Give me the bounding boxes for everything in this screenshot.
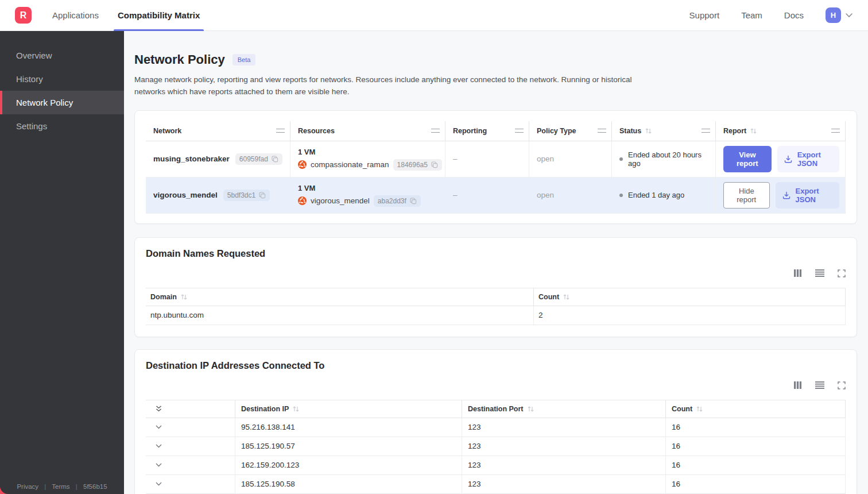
expander-cell <box>146 456 235 474</box>
network-row[interactable]: musing_stonebraker60959fad1 VMcompassion… <box>146 141 846 177</box>
sidebar-item-history[interactable]: History <box>0 67 124 91</box>
column-header-count[interactable]: Count <box>534 288 846 306</box>
destination-ip-value: 185.125.190.57 <box>235 437 462 456</box>
column-header-domain[interactable]: Domain <box>146 288 534 306</box>
networks-card: NetworkResourcesReportingPolicy TypeStat… <box>134 110 857 224</box>
chevron-down-icon[interactable] <box>155 424 162 430</box>
networks-table: NetworkResourcesReportingPolicy TypeStat… <box>146 121 846 214</box>
id-badge: 184696a5 <box>393 159 442 171</box>
sort-icon <box>563 294 570 300</box>
status-cell: Ended about 20 hours ago <box>612 141 716 177</box>
sidebar: OverviewHistoryNetwork PolicySettings Pr… <box>0 31 124 494</box>
nav-link-docs[interactable]: Docs <box>784 10 804 20</box>
column-resize-handle[interactable] <box>515 129 524 133</box>
resource-name: compassionate_raman <box>311 160 389 169</box>
view-report-button[interactable]: View report <box>723 146 772 172</box>
copy-icon[interactable] <box>272 156 278 163</box>
row-density-icon[interactable] <box>815 269 824 277</box>
fullscreen-icon[interactable] <box>838 269 846 277</box>
reporting-cell: – <box>445 141 529 177</box>
chevron-down-icon[interactable] <box>155 443 162 449</box>
column-header-destination-ip[interactable]: Destination IP <box>235 400 462 418</box>
terms-link[interactable]: Terms <box>52 483 69 490</box>
copy-icon[interactable] <box>410 198 417 204</box>
destination-card-title: Destination IP Addresses Connected To <box>146 360 846 371</box>
destination-table-toolbar <box>146 381 846 390</box>
destination-table-header: Destination IPDestination PortCount <box>146 400 846 418</box>
sidebar-item-network-policy[interactable]: Network Policy <box>0 91 124 114</box>
sidebar-list: OverviewHistoryNetwork PolicySettings <box>0 31 124 138</box>
chevron-down-icon[interactable] <box>155 462 162 468</box>
nav-right: SupportTeamDocs H <box>689 7 868 23</box>
destination-row[interactable]: 162.159.200.12312316 <box>146 456 846 475</box>
policy-type-cell: open <box>529 177 612 213</box>
column-header-network[interactable]: Network <box>146 121 290 141</box>
resource-item: vigorous_mendelaba2dd3f <box>298 195 421 207</box>
sort-icon <box>527 406 534 412</box>
resources-cell: 1 VMvigorous_mendelaba2dd3f <box>290 177 445 213</box>
nav-tab-applications[interactable]: Applications <box>48 0 103 31</box>
domain-table-body: ntp.ubuntu.com2 <box>146 306 846 325</box>
copy-icon[interactable] <box>259 192 266 199</box>
id-badge-text: aba2dd3f <box>378 197 406 205</box>
column-resize-handle[interactable] <box>276 129 285 133</box>
sidebar-item-settings[interactable]: Settings <box>0 114 124 138</box>
sidebar-item-overview[interactable]: Overview <box>0 44 124 67</box>
status-dot <box>619 194 623 197</box>
network-row[interactable]: vigorous_mendel5bdf3dc11 VMvigorous_mend… <box>146 177 846 214</box>
column-header-reporting[interactable]: Reporting <box>445 121 529 141</box>
column-header-count[interactable]: Count <box>666 400 846 418</box>
columns-icon[interactable] <box>793 269 802 277</box>
sort-icon <box>696 406 703 412</box>
export-json-label: Export JSON <box>796 187 832 204</box>
app-logo[interactable]: R <box>15 7 32 24</box>
domain-card-title: Domain Names Requested <box>146 248 846 259</box>
destination-ip-value: 162.159.200.123 <box>235 456 462 474</box>
columns-icon[interactable] <box>793 381 802 389</box>
status-text: Ended about 20 hours ago <box>628 150 710 168</box>
nav-tab-label: Compatibility Matrix <box>118 10 200 20</box>
sort-icon <box>292 406 300 412</box>
nav-link-team[interactable]: Team <box>741 10 762 20</box>
row-density-icon[interactable] <box>815 381 824 389</box>
copy-icon[interactable] <box>431 161 438 168</box>
hide-report-button[interactable]: Hide report <box>723 182 770 209</box>
double-chevron-down-icon[interactable] <box>155 405 162 412</box>
nav-tab-compatibility-matrix[interactable]: Compatibility Matrix <box>114 0 204 31</box>
destination-row[interactable]: 185.125.190.5812316 <box>146 475 846 494</box>
column-header-report[interactable]: Report <box>716 121 846 141</box>
user-menu[interactable]: H <box>826 7 853 23</box>
privacy-link[interactable]: Privacy <box>17 483 38 490</box>
column-header-label: Network <box>153 127 181 135</box>
column-header-destination-port[interactable]: Destination Port <box>462 400 666 418</box>
column-resize-handle[interactable] <box>702 129 710 133</box>
sidebar-footer: Privacy | Terms | 5f56b15 <box>0 483 124 490</box>
fullscreen-icon[interactable] <box>838 381 846 389</box>
column-resize-handle[interactable] <box>431 129 440 133</box>
export-json-button[interactable]: Export JSON <box>777 146 839 172</box>
reporting-cell: – <box>445 177 529 213</box>
count-value: 16 <box>666 456 846 474</box>
resource-item: compassionate_raman184696a5 <box>298 159 442 171</box>
column-header-label: Report <box>723 127 746 135</box>
domain-row[interactable]: ntp.ubuntu.com2 <box>146 306 846 325</box>
avatar[interactable]: H <box>826 7 841 23</box>
main-content: Network Policy Beta Manage network polic… <box>124 31 868 494</box>
nav-tabs: ApplicationsCompatibility Matrix <box>48 0 204 31</box>
chevron-down-icon[interactable] <box>155 481 162 487</box>
sort-icon <box>645 128 652 134</box>
column-resize-handle[interactable] <box>831 129 840 133</box>
domain-table-toolbar <box>146 269 846 278</box>
page-description: Manage network policy, reporting and vie… <box>134 74 636 98</box>
expander-cell <box>146 418 235 437</box>
column-header-resources[interactable]: Resources <box>290 121 445 141</box>
expand-all-header[interactable] <box>146 400 235 418</box>
export-json-button[interactable]: Export JSON <box>776 182 839 209</box>
destination-row[interactable]: 95.216.138.14112316 <box>146 418 846 437</box>
nav-link-support[interactable]: Support <box>689 10 720 20</box>
destination-row[interactable]: 185.125.190.5712316 <box>146 437 846 456</box>
column-header-status[interactable]: Status <box>612 121 716 141</box>
domain-names-card: Domain Names Requested DomainCount ntp.u… <box>134 237 857 337</box>
column-header-policy-type[interactable]: Policy Type <box>529 121 612 141</box>
column-resize-handle[interactable] <box>598 129 606 133</box>
